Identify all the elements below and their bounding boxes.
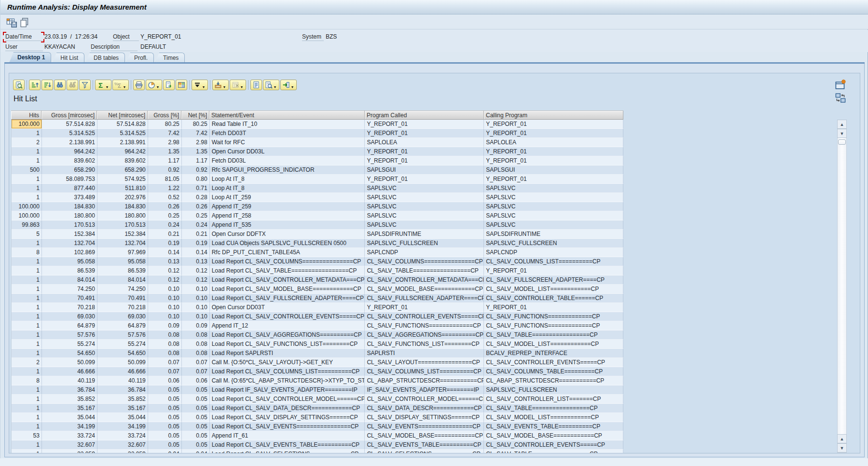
cell[interactable]: 0.08 — [148, 330, 182, 340]
table-row[interactable]: 100.000180.800180.8000.250.25Append IT_2… — [12, 211, 623, 220]
cell[interactable]: CL_ABAP_STRUCTDESCR===========CP — [484, 376, 623, 385]
cell[interactable]: Append IT_258 — [210, 211, 365, 220]
cell[interactable]: Open Cursor DDFTX — [210, 230, 365, 239]
cell[interactable]: SAPLSLVC — [365, 211, 484, 220]
cell[interactable]: 8 — [12, 376, 42, 385]
cell[interactable]: 0.10 — [148, 285, 182, 294]
cell[interactable]: Load Report CL_SALV_CONTROLLER_EVENTS===… — [210, 312, 365, 321]
cell[interactable]: CL_SALV_TABLE=================CP — [484, 450, 623, 453]
cell[interactable]: SAPLSLVC — [484, 211, 623, 220]
cell[interactable]: 0.10 — [182, 303, 210, 312]
total-button[interactable]: Σ▼ — [95, 80, 111, 90]
cell[interactable]: CL_SALV_SELECTIONS============CP — [365, 450, 484, 453]
cell[interactable]: Loop At IT_259 — [210, 193, 365, 202]
cell[interactable]: 0.12 — [182, 275, 210, 285]
table-row[interactable]: 170.49170.4910.100.10Load Report CL_SALV… — [12, 294, 623, 303]
cell[interactable]: Load Report CL_SALV_MODEL_BASE==========… — [210, 285, 365, 294]
cell[interactable]: 0.08 — [182, 349, 210, 358]
cell[interactable]: SAPLSLVC — [484, 202, 623, 211]
table-row[interactable]: 1839.602839.6021.171.17Fetch DD03LY_REPO… — [12, 156, 623, 165]
scroll-down-button[interactable]: ▼ — [837, 129, 847, 138]
cell[interactable]: 2 — [12, 138, 42, 147]
cell[interactable]: 0.10 — [182, 312, 210, 321]
cell[interactable]: Y_REPORT_01 — [365, 147, 484, 156]
cell[interactable]: CL_SALV_MODEL_BASE============CP — [365, 285, 484, 294]
cell[interactable]: Y_REPORT_01 — [484, 129, 623, 138]
column-header-program-called[interactable]: Program Called — [365, 110, 484, 120]
cell[interactable]: 132.704 — [97, 239, 148, 248]
cell[interactable]: 86.539 — [97, 266, 148, 275]
cell[interactable]: 0.21 — [182, 230, 210, 239]
cell[interactable]: 658.290 — [97, 165, 148, 175]
cell[interactable]: 0.80 — [182, 175, 210, 184]
cell[interactable]: Load Report CL_SALV_CONTROLLER_MODEL====… — [210, 395, 365, 404]
cell[interactable]: 34.199 — [42, 422, 97, 431]
cell[interactable]: SAPLSLVC — [365, 184, 484, 193]
cell[interactable]: 511.810 — [97, 184, 148, 193]
table-row[interactable]: 186.53986.5390.120.12Load Report CL_SALV… — [12, 266, 623, 275]
cell[interactable]: Load Report CL_SALV_COLUMNS_LIST========… — [210, 367, 365, 376]
cell[interactable]: Call M. {O:50*CL_SALV_LAYOUT}->GET_KEY — [210, 358, 365, 367]
dropdown-arrow-icon[interactable]: ▼ — [222, 80, 227, 90]
cell[interactable]: 1 — [12, 367, 42, 376]
cell[interactable]: 170.513 — [97, 220, 148, 230]
cell[interactable]: 36.784 — [42, 385, 97, 395]
cell[interactable]: 84.014 — [42, 275, 97, 285]
cell[interactable]: 202.976 — [97, 193, 148, 202]
cell[interactable]: 1 — [12, 303, 42, 312]
cell[interactable]: 97.969 — [97, 248, 148, 257]
cell[interactable]: 95.058 — [42, 257, 97, 266]
cell[interactable]: 1 — [12, 175, 42, 184]
cell[interactable]: 100.000 — [12, 211, 42, 220]
cell[interactable]: CL_SALV_FUNCTIONS=============CP — [365, 321, 484, 330]
cell[interactable]: Y_REPORT_01 — [365, 129, 484, 138]
cell[interactable]: SAPLRSTI — [365, 349, 484, 358]
cell[interactable]: 0.08 — [182, 340, 210, 349]
cell[interactable]: 0.12 — [182, 266, 210, 275]
cell[interactable]: CL_SALV_CONTROLLER_EVENTS=====CP — [484, 358, 623, 367]
cell[interactable]: CL_SALV_FULLSCREEN_ADAPTER====CP — [484, 275, 623, 285]
copy-icon[interactable] — [19, 17, 29, 27]
cell[interactable]: 0.92 — [148, 165, 182, 175]
cell[interactable]: 1 — [12, 321, 42, 330]
cell[interactable]: Load Report SAPLRSTI — [210, 349, 365, 358]
cell[interactable]: CL_SALV_CONTROLLER_MODEL======CP — [365, 395, 484, 404]
cell[interactable]: 32.607 — [97, 440, 148, 450]
cell[interactable]: 1 — [12, 266, 42, 275]
cell[interactable]: SAPLCNDP — [365, 248, 484, 257]
cell[interactable]: CL_SALV_TABLE=================CP — [484, 404, 623, 413]
cell[interactable]: 0.19 — [182, 239, 210, 248]
cell[interactable]: 0.24 — [182, 220, 210, 230]
scroll-up-bottom-button[interactable]: ▲ — [837, 434, 847, 443]
cell[interactable]: CL_SALV_FULLSCREEN_ADAPTER====CP — [365, 294, 484, 303]
table-row[interactable]: 132.05932.0590.040.04Load Report CL_SALV… — [12, 450, 623, 453]
table-row[interactable]: 1373.489202.9760.520.28Loop At IT_259SAP… — [12, 193, 623, 202]
cell[interactable]: 170.513 — [42, 220, 97, 230]
cell[interactable]: CL_SALV_FUNCTIONS_LIST========CP — [365, 340, 484, 349]
table-row[interactable]: 135.04435.0440.050.05Load Report CL_SALV… — [12, 413, 623, 422]
cell[interactable]: 0.05 — [148, 385, 182, 395]
cell[interactable]: 34.199 — [97, 422, 148, 431]
cell[interactable]: Y_REPORT_01 — [365, 120, 484, 129]
save-layout-button[interactable]: ▼ — [212, 80, 229, 90]
cell[interactable]: 84.014 — [97, 275, 148, 285]
cell[interactable]: 0.10 — [182, 285, 210, 294]
cell[interactable]: 35.852 — [97, 395, 148, 404]
cell[interactable]: Fetch DD03T — [210, 129, 365, 138]
vertical-scrollbar-track[interactable] — [837, 120, 847, 453]
dropdown-arrow-icon[interactable]: ▼ — [122, 80, 127, 90]
table-row[interactable]: 250.09950.0990.070.07Call M. {O:50*CL_SA… — [12, 358, 623, 367]
cell[interactable]: 54.650 — [97, 349, 148, 358]
cell[interactable]: Load Report CL_SALV_SELECTIONS==========… — [210, 450, 365, 453]
cell[interactable]: CL_SALV_MODEL_LIST============CP — [484, 285, 623, 294]
cell[interactable]: SAPLSLVC_FULLSCREEN — [484, 385, 623, 395]
print-button[interactable] — [133, 80, 145, 90]
cell[interactable]: CL_SALV_EVENTS_TABLE==========CP — [365, 440, 484, 450]
cell[interactable]: Y_REPORT_01 — [484, 175, 623, 184]
cell[interactable]: 0.05 — [148, 440, 182, 450]
cell[interactable]: SAPLSLVC — [484, 220, 623, 230]
cell[interactable]: 102.869 — [42, 248, 97, 257]
cell[interactable]: 1 — [12, 193, 42, 202]
table-row[interactable]: 99.863170.513170.5130.240.24Append IT_53… — [12, 220, 623, 230]
cell[interactable]: 1 — [12, 422, 42, 431]
